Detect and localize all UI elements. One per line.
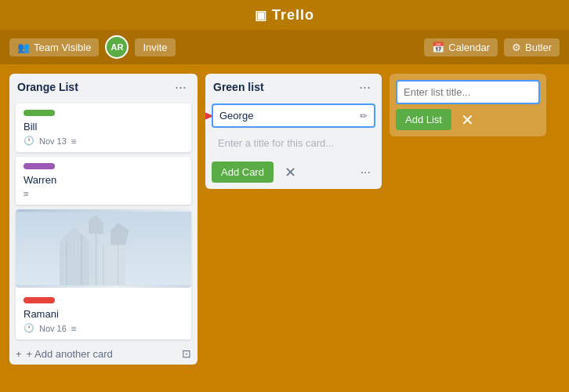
top-bar: ▣ Trello [0, 0, 569, 30]
bill-card[interactable]: Bill 🕐 Nov 13 ≡ [16, 103, 191, 152]
warren-card-desc-icon: ≡ [24, 189, 28, 198]
cancel-card-button[interactable]: ✕ [280, 164, 301, 181]
building-image [16, 209, 191, 288]
card-more-button[interactable]: ··· [356, 165, 375, 180]
orange-list-header: Orange List ··· [9, 74, 198, 100]
building-svg [16, 209, 191, 288]
bill-card-title: Bill [24, 121, 183, 132]
add-list-actions: Add List ✕ [396, 109, 540, 130]
green-list-title: Green list [213, 81, 264, 93]
warren-card-label [24, 163, 55, 169]
template-icon: ⊡ [182, 347, 191, 360]
green-list-menu-button[interactable]: ··· [356, 80, 374, 94]
card-title-placeholder: Enter a title for this card... [212, 132, 375, 154]
orange-list-cards: Bill 🕐 Nov 13 ≡ Warren ≡ [9, 100, 198, 343]
orange-list-title: Orange List [17, 81, 78, 93]
ramani-card-title: Ramani [24, 308, 183, 320]
bill-card-meta: 🕐 Nov 13 ≡ [24, 136, 183, 146]
green-list-cards: ✏ Enter a title for this card... [205, 100, 382, 157]
warren-card-meta: ≡ [24, 189, 183, 198]
orange-list-menu-button[interactable]: ··· [172, 80, 190, 94]
bill-card-due: Nov 13 [39, 136, 67, 146]
team-visible-icon: 👥 [17, 42, 30, 53]
calendar-button[interactable]: 📅 Calendar [424, 38, 498, 56]
bill-card-label [24, 110, 55, 116]
ramani-card-due: Nov 16 [39, 324, 67, 333]
card-edit-input[interactable]: ✏ [212, 103, 375, 128]
add-another-label: + Add another card [27, 348, 113, 360]
card-edit-container: ✏ [212, 103, 375, 128]
butler-label: Butler [525, 42, 552, 53]
green-list: Green list ··· ✏ Enter a title for t [205, 74, 382, 189]
ramani-card-desc-icon: ≡ [71, 324, 76, 333]
board-visibility-button[interactable]: 👥 Team Visible [9, 38, 99, 56]
ramani-card-meta: 🕐 Nov 16 ≡ [24, 323, 183, 333]
add-list-input[interactable] [396, 80, 540, 104]
butler-icon: ⚙ [512, 42, 521, 53]
clock-icon: 🕐 [24, 136, 34, 146]
board-bar: 👥 Team Visible AR Invite 📅 Calendar ⚙ Bu… [0, 30, 569, 64]
warren-card-title: Warren [24, 174, 183, 186]
calendar-label: Calendar [448, 42, 490, 53]
trello-logo: ▣ Trello [255, 7, 314, 24]
ramani-card-label [24, 297, 55, 303]
building-card[interactable]: Ramani 🕐 Nov 16 ≡ [16, 209, 191, 339]
calendar-icon: 📅 [432, 42, 444, 53]
avatar-button[interactable]: AR [105, 35, 129, 59]
green-list-header: Green list ··· [205, 74, 382, 100]
clock-icon-2: 🕐 [24, 323, 34, 333]
board-bar-right: 📅 Calendar ⚙ Butler [424, 38, 560, 56]
trello-logo-text: Trello [272, 7, 314, 24]
orange-list: Orange List ··· Bill 🕐 Nov 13 ≡ Warren ≡ [9, 74, 198, 365]
board-bar-left: 👥 Team Visible AR Invite [9, 35, 418, 59]
cancel-list-button[interactable]: ✕ [456, 111, 479, 129]
add-list-panel: Add List ✕ [390, 74, 546, 136]
add-icon: + [16, 348, 22, 360]
add-card-button[interactable]: Add Card [212, 162, 274, 183]
trello-logo-icon: ▣ [255, 8, 267, 23]
butler-button[interactable]: ⚙ Butler [504, 38, 560, 56]
board-visibility-label: Team Visible [34, 42, 91, 53]
add-another-card-button[interactable]: + + Add another card ⊡ [9, 343, 198, 365]
add-list-button[interactable]: Add List [396, 109, 451, 130]
board-content: Orange List ··· Bill 🕐 Nov 13 ≡ Warren ≡ [0, 64, 569, 392]
pencil-icon[interactable]: ✏ [360, 111, 368, 122]
invite-button[interactable]: Invite [135, 38, 175, 56]
card-title-input[interactable] [219, 110, 360, 122]
bill-card-desc-icon: ≡ [71, 136, 76, 146]
warren-card[interactable]: Warren ≡ [16, 157, 191, 205]
card-actions: Add Card ✕ ··· [205, 157, 382, 189]
